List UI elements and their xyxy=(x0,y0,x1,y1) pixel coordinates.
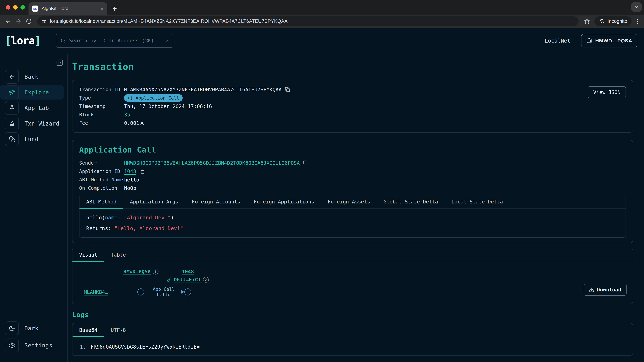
sidebar-item-back[interactable]: Back xyxy=(0,69,64,84)
download-button[interactable]: Download xyxy=(584,284,627,296)
url-bar[interactable]: lora.algokit.io/localnet/transaction/MLA… xyxy=(37,16,578,26)
panel-collapse-icon xyxy=(56,59,64,66)
visual-card: Visual Table HMWD…PQSA 1 1048 O6JJ…F7CI … xyxy=(72,248,633,304)
sender-link[interactable]: HMWDSHQCOPD2T36WBAHLAZ6PO5GDJJZBN4D2TODK… xyxy=(124,160,300,166)
sidebar-item-fund[interactable]: Fund xyxy=(0,132,64,146)
tab-local-state-delta[interactable]: Local State Delta xyxy=(445,195,510,209)
logs-card: Base64 UTF-8 1. FR98dQAUSGVsbG8sIEFsZ29y… xyxy=(72,323,633,356)
view-json-button[interactable]: View JSON xyxy=(588,86,626,98)
graph-node-from: 1 xyxy=(137,289,144,296)
tab-application-args[interactable]: Application Args xyxy=(123,195,185,209)
search-clear-icon[interactable]: × xyxy=(166,37,169,44)
type-badge: () Application Call xyxy=(124,94,183,102)
sidebar-item-settings[interactable]: Settings xyxy=(0,338,64,353)
bookmark-button[interactable] xyxy=(582,17,591,26)
coins-icon xyxy=(9,136,15,142)
timestamp-row: Timestamp Thu, 17 October 2024 17:06:16 xyxy=(79,102,626,110)
moon-icon xyxy=(9,325,15,332)
abi-method-content: hello(name: "Algorand Dev!") Returns: "H… xyxy=(80,209,626,237)
lora-app: [lora] Search by ID or Address (⌘K) × Lo… xyxy=(0,28,644,362)
download-icon xyxy=(589,287,594,293)
sidebar-item-txn-wizard[interactable]: Txn Wizard xyxy=(0,116,64,131)
incognito-label: Incognito xyxy=(608,18,627,24)
graph-application-link[interactable]: 1048 xyxy=(182,269,194,275)
tab-foreign-accounts[interactable]: Foreign Accounts xyxy=(185,195,247,209)
tab-title: AlgoKit - lora xyxy=(42,6,100,11)
on-completion-row: On Completion NoOp xyxy=(79,184,626,192)
forward-button[interactable] xyxy=(14,17,23,26)
reload-button[interactable] xyxy=(24,17,33,26)
window-minimize-button[interactable] xyxy=(13,5,18,9)
abi-arg-value: "Algorand Dev!" xyxy=(124,215,171,221)
tab-foreign-assets[interactable]: Foreign Assets xyxy=(321,195,377,209)
tab-visual[interactable]: Visual xyxy=(72,248,104,262)
new-tab-button[interactable]: + xyxy=(112,5,117,12)
graph-application-header: 1048 xyxy=(182,269,194,275)
sidebar-collapse-button[interactable] xyxy=(55,58,64,67)
app-call-tabbar: ABI Method Application Args Foreign Acco… xyxy=(80,195,626,209)
logs-tabbar: Base64 UTF-8 xyxy=(72,323,632,337)
tab-utf8[interactable]: UTF-8 xyxy=(104,323,132,337)
sidebar-item-theme-dark[interactable]: Dark xyxy=(0,321,64,336)
tab-strip: [ak] AlgoKit - lora × + xyxy=(0,0,644,15)
wallet-icon xyxy=(586,38,592,44)
log-entry: 1. FR98dQAUSGVsbG8sIEFsZ29yYW5kIERldiE= xyxy=(72,337,632,356)
log-value: FR98dQAUSGVsbG8sIEFsZ29yYW5kIERldiE= xyxy=(90,344,200,350)
lora-logo[interactable]: [lora] xyxy=(5,34,40,47)
transaction-id-value: MLAMKB4ANXZ5NA2XY7ZNF3EAIROHVWPAB4A7CLT6… xyxy=(124,87,282,92)
browser-tab[interactable]: [ak] AlgoKit - lora × xyxy=(28,2,107,15)
main-content: Transaction View JSON Transaction ID MLA… xyxy=(68,54,644,362)
fee-row: Fee 0.001 xyxy=(79,119,626,127)
browser-menu-button[interactable] xyxy=(634,19,640,24)
sidebar: Back Explore App Lab Txn Wizard Fund xyxy=(0,54,68,362)
tab-search-button[interactable] xyxy=(631,2,642,12)
graph-node-to xyxy=(184,289,191,296)
application-id-row: Application ID 1048 xyxy=(79,167,626,175)
chevron-down-icon xyxy=(634,4,639,9)
block-row: Block 35 xyxy=(79,110,626,119)
graph-group-link[interactable]: O6JJ…F7CI xyxy=(174,277,201,283)
url-text: lora.algokit.io/localnet/transaction/MLA… xyxy=(50,18,288,24)
tab-abi-method[interactable]: ABI Method xyxy=(80,195,123,209)
logs-title: Logs xyxy=(72,311,633,319)
window-zoom-button[interactable] xyxy=(20,5,25,9)
arrow-left-icon xyxy=(5,18,11,24)
sender-row: Sender HMWDSHQCOPD2T36WBAHLAZ6PO5GDJJZBN… xyxy=(79,159,626,167)
window-controls xyxy=(6,5,25,9)
tab-table[interactable]: Table xyxy=(104,248,132,262)
copy-icon xyxy=(140,169,144,174)
copy-application-id-button[interactable] xyxy=(140,169,144,174)
graph-account-header: HMWD…PQSA 1 xyxy=(124,269,158,275)
reload-icon xyxy=(26,18,32,24)
abi-method-name-value: hello xyxy=(124,177,139,183)
abi-method-name-row: ABI Method Name hello xyxy=(79,175,626,184)
copy-transaction-id-button[interactable] xyxy=(285,87,290,92)
site-settings-icon[interactable] xyxy=(42,18,47,24)
copy-sender-button[interactable] xyxy=(303,160,308,165)
sidebar-item-explore[interactable]: Explore xyxy=(0,85,64,99)
back-button[interactable] xyxy=(4,17,12,26)
tab-foreign-applications[interactable]: Foreign Applications xyxy=(247,195,321,209)
tab-close-icon[interactable]: × xyxy=(100,6,104,11)
sidebar-item-app-lab[interactable]: App Lab xyxy=(0,101,64,115)
network-label: LocalNet xyxy=(544,37,570,44)
incognito-badge: Incognito xyxy=(594,16,632,26)
transaction-graph: HMWD…PQSA 1 1048 O6JJ…F7CI 2 MLAMKB4… 1 xyxy=(72,262,632,304)
tab-favicon: [ak] xyxy=(32,5,38,11)
arrow-right-icon xyxy=(15,18,22,24)
wallet-button[interactable]: HMWD…PQSA xyxy=(581,34,637,47)
graph-account-badge: 1 xyxy=(152,269,158,275)
app-call-detail-panel: ABI Method Application Args Foreign Acco… xyxy=(79,195,626,238)
type-row: Type () Application Call xyxy=(79,94,626,102)
tab-global-state-delta[interactable]: Global State Delta xyxy=(377,195,445,209)
graph-edge-arrowhead xyxy=(181,290,184,294)
log-index: 1. xyxy=(80,344,86,350)
window-close-button[interactable] xyxy=(6,5,10,9)
tab-base64[interactable]: Base64 xyxy=(72,323,104,337)
telescope-icon xyxy=(8,89,15,96)
search-input[interactable]: Search by ID or Address (⌘K) × xyxy=(56,34,174,48)
graph-account-link[interactable]: HMWD…PQSA xyxy=(124,269,151,275)
graph-row-transaction-link[interactable]: MLAMKB4… xyxy=(84,289,108,295)
application-id-link[interactable]: 1048 xyxy=(124,168,136,174)
block-link[interactable]: 35 xyxy=(124,112,130,118)
